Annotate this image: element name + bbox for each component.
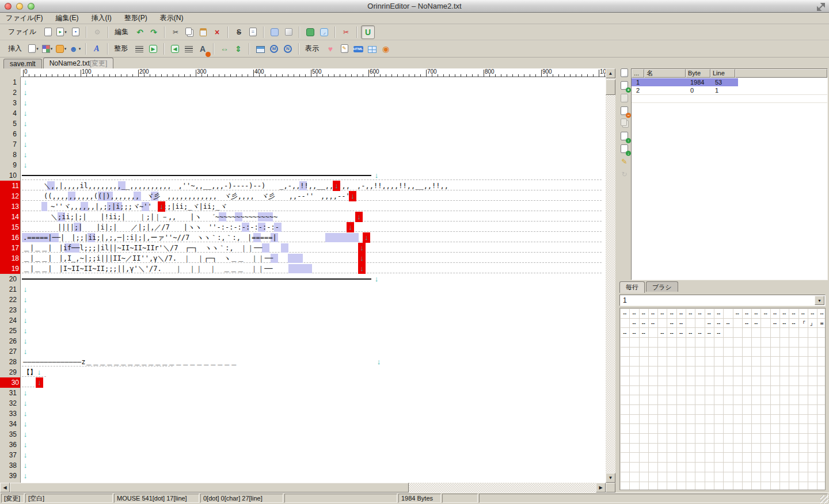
blue-clip-button[interactable]: ◞ — [317, 25, 331, 39]
newline-arrow-icon: ↓ — [22, 139, 29, 150]
window-button[interactable] — [253, 42, 267, 56]
column-header-Line[interactable]: Line — [710, 69, 735, 78]
newline-arrow-icon: ↓ — [22, 326, 29, 336]
redo-button[interactable]: ↷ — [147, 25, 161, 39]
mark-m-button[interactable]: M — [267, 42, 281, 56]
eye-button[interactable]: ◉ — [379, 42, 393, 56]
file-tab-save.mlt[interactable]: save.mlt — [3, 59, 42, 68]
aa-text: ||||;| |i|;| ／|;|,／/7 |ヽヽ ''‐:‐:‐:‐:‐:‐:… — [23, 222, 279, 232]
select-block-icon — [271, 28, 279, 36]
save-file-button[interactable]: ▪ — [69, 25, 82, 39]
panel-tab-毎行[interactable]: 毎行 — [619, 281, 645, 293]
open-file-button[interactable]: ▸▾ — [55, 25, 69, 39]
dropdown-arrow-icon[interactable]: ▾ — [36, 47, 39, 51]
editor-line: ＿|＿＿| |if──l;;;|il||~II~II~IIr'＼/7 ┌─┐ ヽ… — [21, 243, 606, 253]
remove-aa-icon[interactable]: − — [619, 106, 629, 116]
insert-page-button[interactable]: ▾ — [26, 42, 40, 56]
brush-grid[interactable]: ----------------------------------------… — [619, 308, 826, 490]
aa-text: ――――――――――――――z＿＿＿＿＿＿＿＿＿＿＿＿＿＿＿＿＿＿＿＿＿＿ — [23, 357, 237, 367]
file-tab-NoName2.txt[interactable]: NoName2.txt[変更] — [43, 58, 114, 68]
line-number: 18 — [0, 253, 21, 264]
column-header-...[interactable]: ... — [632, 69, 644, 78]
select-block-button[interactable] — [268, 25, 282, 39]
status-cell-4 — [284, 494, 397, 503]
insert-person-button[interactable]: ☻▾ — [68, 42, 82, 56]
hscroll-right-icon[interactable]: ▶ — [596, 483, 606, 492]
fit-width-button[interactable]: ⇔ — [218, 42, 231, 56]
hscroll-left-icon[interactable]: ◀ — [0, 483, 10, 492]
ruler-label-700: 700 — [427, 68, 437, 75]
add-aa-icon[interactable]: + — [619, 81, 629, 91]
aa-list-table[interactable]: ...名ByteLine1198453201 — [631, 68, 828, 280]
menu-item-0[interactable]: ファイル(F) — [6, 13, 43, 23]
editor-canvas[interactable]: ↓↓↓↓↓↓↓↓↓↓ ＼,,|,,,,il,,,,,,,,__,,,,,,,,,… — [21, 77, 606, 483]
heart-button[interactable]: ♥ — [324, 42, 337, 56]
resize-grip[interactable] — [820, 495, 828, 503]
dropdown-arrow-icon[interactable]: ▾ — [64, 30, 67, 35]
edit-aa-icon[interactable]: ✎ — [619, 157, 629, 167]
insert-box-button[interactable]: ▾ — [54, 42, 68, 56]
menu-item-1[interactable]: 編集(E) — [55, 13, 78, 23]
menu-item-4[interactable]: 表示(N) — [160, 13, 184, 23]
fit-height-button[interactable]: ⇕ — [231, 42, 245, 56]
fullwidth-space-highlight — [288, 254, 303, 263]
document-button[interactable]: ≡ — [246, 25, 260, 39]
box-3d-button[interactable] — [282, 25, 295, 39]
justify-button[interactable] — [182, 42, 196, 56]
brush-grid-cell: -- — [698, 330, 702, 336]
html-view-button[interactable]: HTML — [351, 42, 365, 56]
resize-icon[interactable] — [816, 2, 826, 12]
newline-arrow-icon: ↓ — [22, 398, 29, 408]
dropdown-arrow-icon[interactable]: ▾ — [64, 47, 67, 51]
table-row-2[interactable]: 201 — [632, 86, 827, 94]
table-row-1[interactable]: 1198453 — [632, 78, 827, 86]
combobox-value: 1 — [623, 296, 627, 304]
mark-n-button[interactable]: N — [281, 42, 295, 56]
movedown-aa-icon[interactable]: ↓ — [619, 144, 629, 154]
new-aa-icon[interactable] — [619, 68, 629, 78]
moveup-aa-icon[interactable]: ↑ — [619, 132, 629, 142]
vscroll-up-icon[interactable]: ▲ — [606, 68, 615, 78]
undo-button[interactable]: ↶ — [133, 25, 147, 39]
copy-button[interactable] — [182, 25, 196, 39]
hscroll-thumb[interactable] — [10, 483, 409, 492]
column-header-Byte[interactable]: Byte — [686, 69, 710, 78]
delete-button[interactable]: × — [210, 25, 224, 39]
file-tab-label: NoName2.txt — [50, 59, 90, 67]
editor-line: ↓ — [21, 77, 606, 87]
new-file-button[interactable] — [41, 25, 55, 39]
vscroll-thumb[interactable] — [606, 79, 615, 95]
menu-item-3[interactable]: 整形(P) — [124, 13, 147, 23]
edit-view-button[interactable]: ✎ — [337, 42, 351, 56]
italic-a-button[interactable]: A — [90, 42, 104, 56]
line-number: 21 — [0, 284, 18, 295]
column-header-名[interactable]: 名 — [644, 69, 686, 78]
grid-view-button[interactable] — [365, 42, 379, 56]
dropdown-arrow-icon[interactable]: ▾ — [51, 47, 53, 51]
red-scissors-button[interactable]: ✂ — [339, 25, 353, 39]
cut-button[interactable]: ✂ — [169, 25, 182, 39]
menu-item-2[interactable]: 挿入(I) — [91, 13, 111, 23]
toolbar-separator — [356, 26, 358, 38]
brush-grid-cell: -- — [708, 330, 711, 336]
play-format-button[interactable]: ▶ — [146, 42, 160, 56]
brush-grid-cell: -- — [745, 311, 748, 316]
underline-toggle-button[interactable]: U — [361, 25, 375, 39]
vscroll-track[interactable] — [606, 68, 615, 483]
editor-line: ↓ — [21, 170, 606, 181]
strikeout-button[interactable]: S — [232, 25, 246, 39]
panel-tab-ブラシ[interactable]: ブラシ — [646, 281, 678, 292]
insert-palette-button[interactable]: ▾ — [40, 42, 54, 56]
vscroll-down-icon[interactable]: ▼ — [606, 473, 615, 483]
char-convert-button[interactable]: A — [196, 42, 210, 56]
dropdown-arrow-icon[interactable]: ▾ — [79, 47, 81, 51]
line-number: 1 — [0, 77, 18, 87]
line-select-combobox[interactable]: 1 ▼ — [619, 295, 826, 306]
green-layer-button[interactable] — [303, 25, 317, 39]
format-lines-button[interactable] — [132, 42, 146, 56]
shift-left-button[interactable]: ◀ — [168, 42, 182, 56]
paste-button[interactable] — [196, 25, 210, 39]
combobox-dropdown-icon[interactable]: ▼ — [815, 296, 824, 305]
eol-marker-red: ↓ — [358, 253, 366, 264]
editor-line: ↓ — [21, 150, 606, 160]
